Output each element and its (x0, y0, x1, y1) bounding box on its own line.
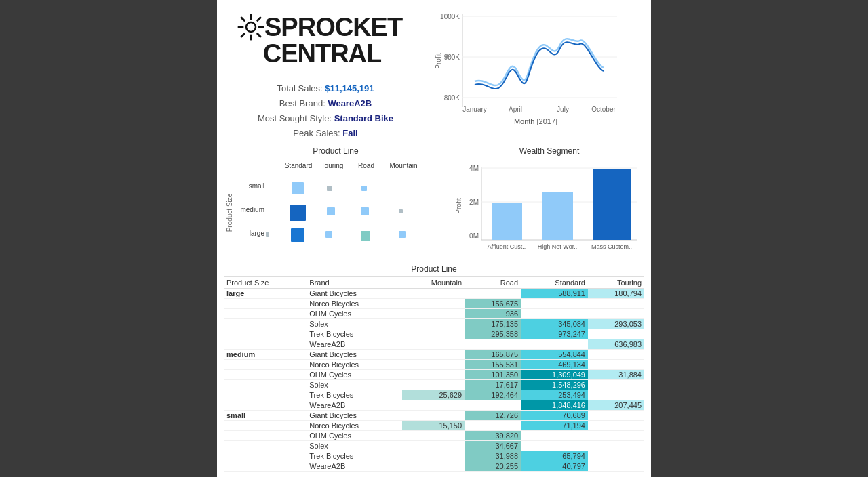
cell-mountain (402, 309, 465, 319)
cell-road (465, 339, 521, 350)
cell-road: 34,667 (465, 441, 521, 451)
cell-road (465, 421, 521, 431)
svg-line-8 (241, 34, 244, 37)
table-row: OHM Cycles39,820 (224, 431, 644, 441)
table-row: largeGiant Bicycles588,911180,794 (224, 289, 644, 299)
wealth-chart-container: Wealth Segment 4M 2M 0M Affluent Cu (454, 146, 644, 259)
cell-brand: Solex (307, 319, 401, 329)
table-row: Solex17,6171,548,296 (224, 380, 644, 390)
table-row: WeareA2B1,848,416207,445 (224, 400, 644, 411)
svg-rect-49 (492, 203, 522, 240)
cell-mountain (402, 451, 465, 461)
svg-rect-38 (326, 231, 332, 238)
cell-size: small (224, 411, 307, 421)
peak-sales-line: Peak Sales: Fall (224, 126, 427, 141)
table-row: mediumGiant Bicycles165,875554,844 (224, 350, 644, 360)
col-mountain-header: Mountain (402, 277, 465, 289)
cell-standard (521, 441, 588, 451)
cell-touring (588, 329, 644, 339)
cell-standard: 973,247 (521, 329, 588, 339)
cell-mountain (402, 299, 465, 309)
cell-touring: 31,884 (588, 370, 644, 380)
cell-mountain: 15,150 (402, 421, 465, 431)
svg-rect-35 (361, 207, 369, 215)
cell-road: 156,675 (465, 299, 521, 309)
total-sales-value: $11,145,191 (325, 83, 374, 94)
cell-standard: 1,848,416 (521, 400, 588, 411)
cell-standard: 1,309,049 (521, 370, 588, 380)
cell-road: 31,988 (465, 451, 521, 461)
cell-size (224, 461, 307, 472)
cell-mountain (402, 370, 465, 380)
cell-standard (521, 339, 588, 350)
cell-brand: Solex (307, 441, 401, 451)
cell-standard: 554,844 (521, 350, 588, 360)
product-line-header: Product Line (224, 262, 644, 277)
svg-text:High Net Wor..: High Net Wor.. (538, 243, 577, 250)
cell-road: 101,350 (465, 370, 521, 380)
cell-size (224, 329, 307, 339)
svg-rect-39 (361, 231, 370, 241)
cell-size (224, 421, 307, 431)
line-chart-svg: 1000K 900K 800K January April July Octob… (434, 7, 624, 115)
cell-mountain (402, 400, 465, 411)
svg-rect-34 (327, 207, 335, 215)
cell-standard: 71,194 (521, 421, 588, 431)
cell-brand: Trek Bicycles (307, 451, 401, 461)
best-brand-line: Best Brand: WeareA2B (224, 96, 427, 111)
table-row: Norco Bicycles15,15071,194 (224, 421, 644, 431)
line-chart-container: 1000K 900K 800K January April July Octob… (434, 7, 637, 125)
bubble-chart-svg: Standard Touring Road Mountain small med… (224, 159, 434, 247)
svg-text:January: January (462, 106, 487, 113)
svg-text:4M: 4M (469, 165, 479, 172)
svg-text:1000K: 1000K (440, 13, 460, 20)
cell-standard (521, 299, 588, 309)
cell-mountain (402, 441, 465, 451)
cell-mountain (402, 329, 465, 339)
cell-touring (588, 380, 644, 390)
bubble-chart-title: Product Line (224, 146, 448, 156)
cell-brand: WeareA2B (307, 339, 401, 350)
table-row: Trek Bicycles295,358973,247 (224, 329, 644, 339)
cell-mountain (402, 360, 465, 370)
svg-rect-33 (290, 205, 306, 221)
svg-rect-51 (593, 169, 631, 240)
cell-brand: Giant Bicycles (307, 350, 401, 360)
best-brand-value: WeareA2B (328, 98, 372, 108)
cell-size (224, 360, 307, 370)
cell-standard: 469,134 (521, 360, 588, 370)
table-row: Trek Bicycles25,629192,464253,494 (224, 390, 644, 400)
svg-text:800K: 800K (444, 94, 460, 102)
cell-brand: Norco Bicycles (307, 360, 401, 370)
table-row: smallGiant Bicycles12,72670,689 (224, 411, 644, 421)
svg-text:0M: 0M (469, 232, 479, 240)
peak-sales-label: Peak Sales: (293, 128, 340, 138)
cell-standard: 588,911 (521, 289, 588, 299)
wealth-chart-title: Wealth Segment (454, 146, 644, 156)
cell-standard (521, 309, 588, 319)
main-panel: SPROCKET CENTRAL Total Sales: $11,145,19… (217, 0, 651, 477)
cell-size (224, 309, 307, 319)
cell-touring (588, 350, 644, 360)
total-sales-line: Total Sales: $11,145,191 (224, 81, 427, 96)
logo-area: SPROCKET CENTRAL Total Sales: $11,145,19… (224, 7, 427, 141)
svg-rect-31 (327, 186, 332, 191)
table-row: Solex34,667 (224, 441, 644, 451)
bubble-chart-container: Product Line Standard Touring Road Mount… (224, 146, 448, 259)
cell-size (224, 319, 307, 329)
cell-touring (588, 411, 644, 421)
svg-rect-41 (399, 231, 406, 238)
table-row: Solex175,135345,084293,053 (224, 319, 644, 329)
col-road-header: Road (465, 277, 521, 289)
table-row: OHM Cycles101,3501,309,04931,884 (224, 370, 644, 380)
cell-touring: 293,053 (588, 319, 644, 329)
cell-size (224, 299, 307, 309)
svg-text:2M: 2M (469, 199, 479, 206)
cell-size (224, 431, 307, 441)
svg-text:Standard: Standard (285, 162, 313, 169)
cell-road: 175,135 (465, 319, 521, 329)
cell-brand: Giant Bicycles (307, 411, 401, 421)
svg-text:Product Size: Product Size (226, 194, 233, 232)
svg-line-6 (258, 34, 260, 37)
cell-brand: OHM Cycles (307, 431, 401, 441)
